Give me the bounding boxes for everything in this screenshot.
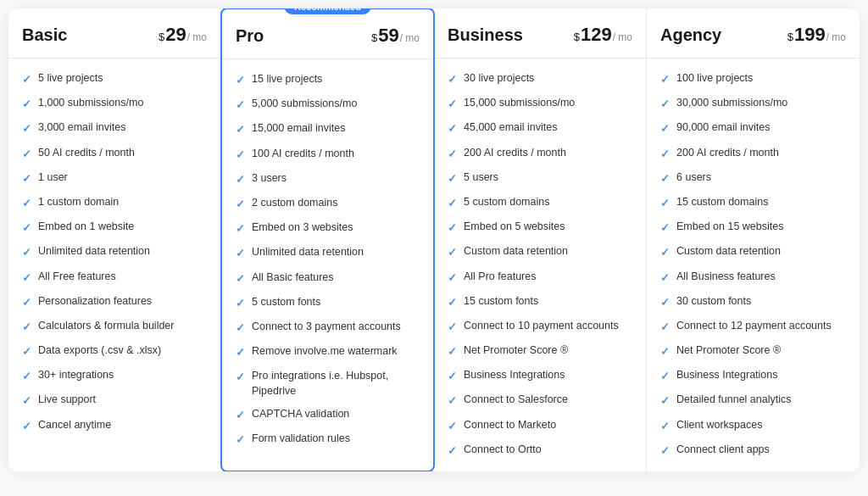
- plan-name: Basic: [22, 25, 67, 45]
- feature-item: ✓ Embed on 15 websites: [647, 215, 860, 240]
- feature-item: ✓ All Business features: [647, 265, 860, 290]
- feature-text: Connect to 10 payment accounts: [464, 319, 632, 334]
- check-icon: ✓: [660, 220, 670, 236]
- check-icon: ✓: [448, 295, 457, 310]
- feature-item: ✓ Form validation rules: [222, 427, 433, 452]
- feature-text: 5 live projects: [38, 71, 207, 86]
- check-icon: ✓: [660, 196, 670, 211]
- check-icon: ✓: [660, 270, 670, 286]
- feature-text: 1 custom domain: [38, 195, 207, 210]
- feature-item: ✓ Unlimited data retention: [8, 240, 220, 265]
- check-icon: ✓: [236, 345, 245, 360]
- feature-text: Custom data retention: [464, 244, 632, 259]
- feature-item: ✓ Unlimited data retention: [222, 241, 433, 265]
- feature-text: Pro integrations i.e. Hubspot, Pipedrive: [252, 369, 420, 398]
- check-icon: ✓: [236, 122, 245, 137]
- feature-item: ✓ 15 custom fonts: [434, 290, 646, 315]
- check-icon: ✓: [22, 147, 31, 162]
- check-icon: ✓: [448, 97, 457, 112]
- check-icon: ✓: [448, 369, 457, 384]
- feature-text: 5,000 submissions/mo: [252, 97, 420, 112]
- feature-text: Data exports (.csv & .xlsx): [38, 343, 207, 359]
- feature-item: ✓ 50 AI credits / month: [8, 142, 220, 166]
- check-icon: ✓: [448, 220, 457, 236]
- feature-item: ✓ Connect to Marketo: [434, 414, 646, 438]
- feature-text: 100 AI credits / month: [252, 147, 420, 162]
- check-icon: ✓: [660, 171, 670, 187]
- check-icon: ✓: [660, 72, 670, 87]
- feature-text: 15 custom domains: [676, 195, 846, 210]
- plan-col-agency: Agency $ 199 / mo ✓ 100 live projects ✓ …: [647, 8, 860, 471]
- feature-text: Personalization features: [38, 294, 207, 309]
- feature-item: ✓ Connect to 12 payment accounts: [647, 315, 860, 339]
- feature-item: ✓ 3 users: [222, 167, 433, 192]
- plan-col-business: Business $ 129 / mo ✓ 30 live projects ✓…: [434, 8, 647, 471]
- price-mo: / mo: [400, 32, 420, 44]
- price-symbol: $: [371, 31, 377, 44]
- check-icon: ✓: [660, 121, 670, 137]
- check-icon: ✓: [22, 270, 31, 286]
- feature-item: ✓ All Pro features: [434, 265, 646, 290]
- feature-text: Connect to Salesforce: [464, 393, 632, 408]
- feature-text: 5 custom fonts: [252, 295, 420, 310]
- feature-text: 200 AI credits / month: [676, 146, 846, 161]
- recommended-badge: Recommended: [284, 8, 371, 14]
- pricing-grid: Basic $ 29 / mo ✓ 5 live projects ✓ 1,00…: [8, 8, 860, 471]
- feature-item: ✓ Embed on 3 websites: [222, 216, 433, 241]
- check-icon: ✓: [236, 271, 245, 287]
- feature-item: ✓ Personalization features: [8, 290, 220, 315]
- feature-item: ✓ 1,000 submissions/mo: [8, 92, 220, 116]
- feature-text: Cancel anytime: [38, 418, 207, 433]
- check-icon: ✓: [22, 196, 31, 211]
- feature-text: 3,000 email invites: [38, 120, 207, 136]
- price-symbol: $: [787, 31, 793, 43]
- feature-text: Net Promoter Score ®: [464, 343, 632, 359]
- price-number: 59: [378, 25, 398, 47]
- feature-item: ✓ Net Promoter Score ®: [647, 339, 860, 364]
- check-icon: ✓: [236, 172, 245, 187]
- feature-item: ✓ Connect to 3 payment accounts: [222, 315, 433, 340]
- feature-text: Custom data retention: [676, 244, 846, 259]
- feature-text: Calculators & formula builder: [38, 319, 207, 334]
- check-icon: ✓: [448, 196, 457, 211]
- feature-item: ✓ All Basic features: [222, 266, 433, 291]
- check-icon: ✓: [236, 432, 245, 448]
- check-icon: ✓: [22, 171, 31, 187]
- feature-text: Business Integrations: [676, 368, 846, 383]
- plan-header: Basic $ 29 / mo: [8, 8, 220, 59]
- feature-text: Client workspaces: [676, 418, 846, 433]
- feature-item: ✓ 1 custom domain: [8, 191, 220, 215]
- feature-item: ✓ Data exports (.csv & .xlsx): [8, 339, 220, 364]
- plan-col-basic: Basic $ 29 / mo ✓ 5 live projects ✓ 1,00…: [8, 8, 221, 471]
- check-icon: ✓: [22, 320, 31, 335]
- plan-header: Agency $ 199 / mo: [647, 8, 860, 59]
- feature-item: ✓ Embed on 1 website: [8, 215, 220, 240]
- check-icon: ✓: [236, 197, 245, 212]
- feature-item: ✓ 5 live projects: [8, 67, 220, 92]
- feature-item: ✓ 30+ integrations: [8, 364, 220, 388]
- feature-text: 30 live projects: [464, 71, 632, 86]
- check-icon: ✓: [448, 72, 457, 87]
- feature-item: ✓ Net Promoter Score ®: [434, 339, 646, 364]
- price-number: 199: [794, 24, 826, 46]
- feature-text: Unlimited data retention: [252, 245, 420, 260]
- feature-text: All Basic features: [252, 270, 420, 286]
- check-icon: ✓: [22, 344, 31, 359]
- feature-item: ✓ Pro integrations i.e. Hubspot, Pipedri…: [222, 365, 433, 403]
- check-icon: ✓: [448, 344, 457, 359]
- check-icon: ✓: [660, 369, 670, 384]
- check-icon: ✓: [660, 443, 670, 459]
- feature-text: 30+ integrations: [38, 368, 207, 383]
- feature-text: 45,000 email invites: [464, 120, 632, 136]
- plan-features: ✓ 100 live projects ✓ 30,000 submissions…: [647, 59, 860, 471]
- check-icon: ✓: [22, 121, 31, 137]
- feature-item: ✓ 3,000 email invites: [8, 116, 220, 141]
- feature-text: All Free features: [38, 270, 207, 285]
- plan-name: Pro: [236, 26, 264, 46]
- feature-text: 6 users: [676, 170, 846, 186]
- feature-text: Form validation rules: [252, 432, 420, 447]
- feature-text: 2 custom domains: [252, 196, 420, 211]
- feature-item: ✓ Cancel anytime: [8, 414, 220, 438]
- feature-text: 30,000 submissions/mo: [676, 96, 846, 111]
- plan-name: Business: [448, 25, 523, 45]
